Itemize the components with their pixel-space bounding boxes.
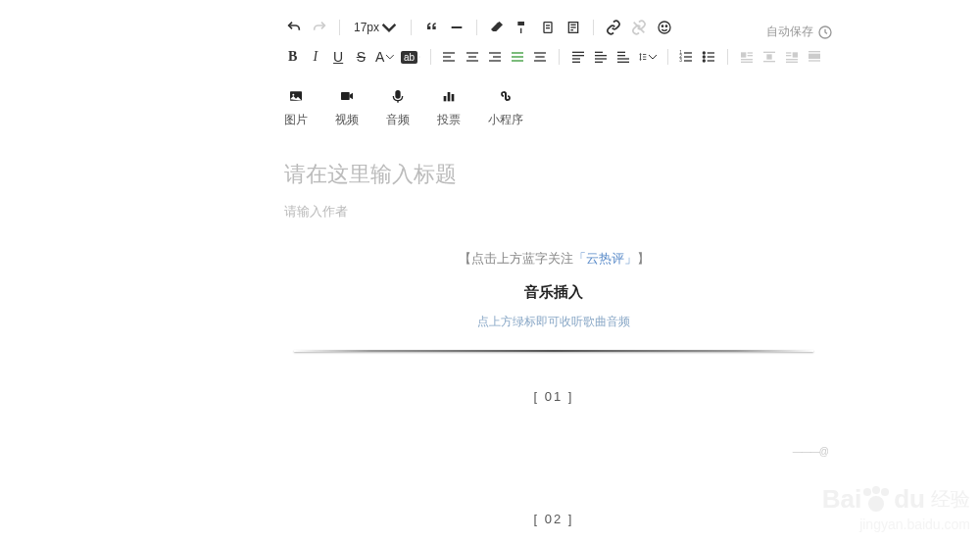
insert-vote-button[interactable]: 投票: [437, 86, 461, 128]
float-center-icon[interactable]: [760, 47, 777, 67]
media-label: 投票: [437, 112, 461, 128]
underline-icon[interactable]: U: [330, 47, 347, 67]
separator: [339, 20, 340, 35]
media-label: 图片: [284, 112, 308, 128]
separator: [559, 49, 560, 65]
format-painter-icon[interactable]: [513, 18, 532, 37]
align-distribute-icon[interactable]: [532, 47, 549, 67]
media-label: 小程序: [488, 112, 523, 128]
section-number-2: [ 02 ]: [284, 512, 823, 526]
bold-icon[interactable]: B: [284, 47, 301, 67]
ordered-list-icon[interactable]: 123: [678, 47, 695, 67]
unordered-list-icon[interactable]: [701, 47, 717, 67]
clock-icon: [817, 25, 833, 40]
image-icon: [286, 86, 306, 106]
italic-icon[interactable]: I: [307, 47, 323, 67]
quote-icon[interactable]: [421, 18, 441, 37]
align-right-icon[interactable]: [486, 47, 503, 67]
align-center-icon[interactable]: [464, 47, 480, 67]
separator: [667, 49, 668, 65]
paw-icon: [861, 488, 891, 512]
follow-link[interactable]: 「云热评」: [573, 251, 637, 266]
svg-rect-74: [444, 96, 447, 101]
svg-point-50: [704, 56, 706, 58]
divider: [294, 350, 813, 352]
svg-point-11: [665, 25, 666, 26]
insert-video-button[interactable]: 视频: [335, 86, 359, 128]
separator: [727, 49, 728, 65]
background-color-icon[interactable]: ab: [401, 47, 420, 67]
indent-middle-icon[interactable]: [592, 47, 609, 67]
insert-image-button[interactable]: 图片: [284, 86, 308, 128]
align-justify-icon[interactable]: [510, 47, 526, 67]
toolbar-row-2: B I U S A ab 123: [284, 47, 823, 67]
indent-bottom-icon[interactable]: [614, 47, 631, 67]
undo-icon[interactable]: [284, 18, 304, 37]
author-input[interactable]: 请输入作者: [284, 203, 823, 221]
vote-icon: [439, 86, 459, 106]
autosave-status: 自动保存: [766, 24, 833, 40]
svg-point-52: [704, 60, 706, 62]
media-label: 音频: [386, 112, 410, 128]
editor-content[interactable]: 请在这里输入标题 请输入作者 【点击上方蓝字关注「云热评」】 音乐插入 点上方绿…: [284, 160, 823, 526]
redo-icon[interactable]: [310, 18, 329, 37]
emoji-icon[interactable]: [655, 18, 674, 37]
notes-icon[interactable]: [564, 18, 583, 37]
font-color-icon[interactable]: A: [375, 47, 395, 67]
separator: [476, 20, 477, 35]
svg-point-10: [662, 25, 662, 26]
svg-rect-62: [793, 52, 798, 57]
video-icon: [337, 86, 357, 106]
svg-point-72: [292, 94, 294, 96]
svg-rect-75: [448, 92, 451, 101]
float-left-icon[interactable]: [738, 47, 755, 67]
media-toolbar: 图片 视频 音频 投票 小程序: [284, 86, 823, 128]
toolbar-row-1: 17px: [284, 18, 823, 37]
insert-miniapp-button[interactable]: 小程序: [488, 86, 523, 128]
toolbar: 17px B I U S A ab: [284, 18, 823, 67]
miniapp-icon: [496, 86, 515, 106]
svg-rect-73: [341, 92, 350, 100]
svg-text:3: 3: [680, 58, 683, 63]
strikethrough-icon[interactable]: S: [353, 47, 369, 67]
unlink-icon[interactable]: [629, 18, 649, 37]
separator: [430, 49, 431, 65]
link-icon[interactable]: [604, 18, 623, 37]
article-body[interactable]: 【点击上方蓝字关注「云热评」】 音乐插入 点上方绿标即可收听歌曲音频 [ 01 …: [284, 250, 823, 526]
indent-top-icon[interactable]: [569, 47, 586, 67]
separator: [593, 20, 594, 35]
title-input[interactable]: 请在这里输入标题: [284, 160, 823, 189]
separator: [411, 20, 412, 35]
section-number-1: [ 01 ]: [284, 389, 823, 404]
float-indicator: ———@: [793, 446, 828, 457]
svg-point-9: [659, 22, 670, 33]
audio-icon: [388, 86, 408, 106]
clipboard-icon[interactable]: [538, 18, 558, 37]
align-left-icon[interactable]: [441, 47, 458, 67]
hr-icon[interactable]: [447, 18, 466, 37]
watermark: Baidu经验 jingyan.baidu.com: [822, 484, 970, 532]
float-right-icon[interactable]: [783, 47, 800, 67]
float-none-icon[interactable]: [807, 47, 823, 67]
svg-point-48: [704, 52, 706, 54]
follow-line: 【点击上方蓝字关注「云热评」】: [284, 250, 823, 268]
svg-rect-76: [452, 94, 455, 101]
insert-audio-button[interactable]: 音频: [386, 86, 410, 128]
green-hint: 点上方绿标即可收听歌曲音频: [284, 314, 823, 330]
font-size-selector[interactable]: 17px: [350, 20, 401, 35]
media-label: 视频: [335, 112, 359, 128]
svg-rect-68: [808, 54, 820, 59]
eraser-icon[interactable]: [487, 18, 507, 37]
svg-rect-60: [766, 54, 771, 59]
music-insert-title: 音乐插入: [284, 283, 823, 302]
line-height-icon[interactable]: [638, 47, 658, 67]
svg-rect-54: [741, 52, 746, 57]
